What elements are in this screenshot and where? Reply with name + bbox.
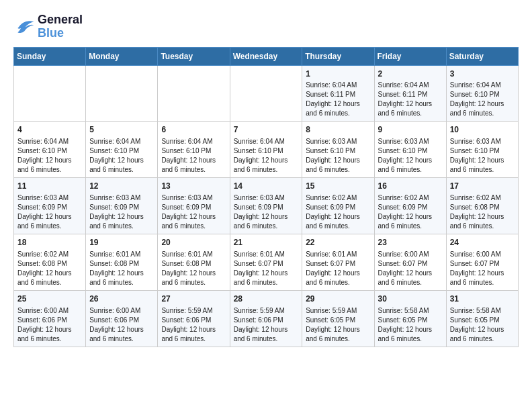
cell-content-line: Sunset: 6:09 PM xyxy=(234,203,299,212)
day-number: 29 xyxy=(306,293,370,305)
calendar-cell: 21Sunrise: 6:01 AMSunset: 6:07 PMDayligh… xyxy=(230,234,302,290)
header-day-wednesday: Wednesday xyxy=(230,47,302,65)
calendar-cell: 24Sunrise: 6:00 AMSunset: 6:07 PMDayligh… xyxy=(446,234,518,290)
calendar-cell: 5Sunrise: 6:04 AMSunset: 6:10 PMDaylight… xyxy=(86,122,158,178)
cell-content-line: Daylight: 12 hours and 6 minutes. xyxy=(450,212,515,231)
cell-content-line: Sunrise: 6:01 AM xyxy=(161,250,226,259)
cell-content-line: Daylight: 12 hours and 6 minutes. xyxy=(306,99,370,118)
cell-content-line: Sunrise: 6:02 AM xyxy=(450,193,515,203)
cell-content-line: Sunset: 6:08 PM xyxy=(161,259,226,269)
day-number: 17 xyxy=(450,181,515,192)
logo-text-line1: General xyxy=(38,13,83,27)
calendar-table: SundayMondayTuesdayWednesdayThursdayFrid… xyxy=(13,47,519,347)
header-day-friday: Friday xyxy=(374,47,446,65)
day-number: 30 xyxy=(378,293,443,305)
day-number: 20 xyxy=(161,237,226,248)
day-number: 6 xyxy=(161,124,226,136)
cell-content-line: Sunset: 6:08 PM xyxy=(89,259,154,269)
header-day-saturday: Saturday xyxy=(446,47,518,65)
cell-content-line: Daylight: 12 hours and 6 minutes. xyxy=(378,269,443,287)
cell-content-line: Sunrise: 6:04 AM xyxy=(161,137,226,146)
calendar-cell: 17Sunrise: 6:02 AMSunset: 6:08 PMDayligh… xyxy=(446,178,518,234)
cell-content-line: Sunrise: 5:58 AM xyxy=(378,306,443,316)
cell-content-line: Sunrise: 6:03 AM xyxy=(17,193,82,203)
day-number: 24 xyxy=(450,237,515,248)
cell-content-line: Sunrise: 6:00 AM xyxy=(17,306,82,316)
cell-content-line: Sunset: 6:05 PM xyxy=(450,316,515,325)
cell-content-line: Sunrise: 5:59 AM xyxy=(161,306,226,316)
cell-content-line: Daylight: 12 hours and 6 minutes. xyxy=(306,269,370,287)
header-day-tuesday: Tuesday xyxy=(158,47,230,65)
calendar-cell: 4Sunrise: 6:04 AMSunset: 6:10 PMDaylight… xyxy=(14,122,86,178)
cell-content-line: Daylight: 12 hours and 6 minutes. xyxy=(378,99,443,118)
calendar-cell: 29Sunrise: 5:59 AMSunset: 6:05 PMDayligh… xyxy=(302,290,374,347)
cell-content-line: Sunset: 6:09 PM xyxy=(306,203,370,212)
calendar-cell: 6Sunrise: 6:04 AMSunset: 6:10 PMDaylight… xyxy=(158,122,230,178)
cell-content-line: Sunset: 6:11 PM xyxy=(378,90,443,99)
cell-content-line: Sunrise: 6:04 AM xyxy=(234,137,299,146)
calendar-body: 1Sunrise: 6:04 AMSunset: 6:11 PMDaylight… xyxy=(14,65,519,347)
cell-content-line: Sunset: 6:10 PM xyxy=(161,146,226,156)
calendar-cell xyxy=(158,65,230,122)
cell-content-line: Sunset: 6:07 PM xyxy=(450,259,515,269)
calendar-cell: 10Sunrise: 6:03 AMSunset: 6:10 PMDayligh… xyxy=(446,122,518,178)
page-header: General Blue xyxy=(13,13,519,40)
calendar-cell: 14Sunrise: 6:03 AMSunset: 6:09 PMDayligh… xyxy=(230,178,302,234)
day-number: 10 xyxy=(450,124,515,136)
day-number: 12 xyxy=(89,181,154,192)
header-day-thursday: Thursday xyxy=(302,47,374,65)
calendar-cell: 31Sunrise: 5:58 AMSunset: 6:05 PMDayligh… xyxy=(446,290,518,347)
calendar-cell xyxy=(86,65,158,122)
cell-content-line: Daylight: 12 hours and 6 minutes. xyxy=(450,269,515,287)
cell-content-line: Sunrise: 6:03 AM xyxy=(234,193,299,203)
day-number: 5 xyxy=(89,124,154,136)
cell-content-line: Sunset: 6:06 PM xyxy=(161,316,226,325)
calendar-cell: 27Sunrise: 5:59 AMSunset: 6:06 PMDayligh… xyxy=(158,290,230,347)
cell-content-line: Daylight: 12 hours and 6 minutes. xyxy=(89,269,154,287)
cell-content-line: Sunrise: 6:01 AM xyxy=(306,250,370,259)
cell-content-line: Daylight: 12 hours and 6 minutes. xyxy=(89,156,154,175)
calendar-cell: 15Sunrise: 6:02 AMSunset: 6:09 PMDayligh… xyxy=(302,178,374,234)
cell-content-line: Daylight: 12 hours and 6 minutes. xyxy=(450,156,515,175)
cell-content-line: Daylight: 12 hours and 6 minutes. xyxy=(306,212,370,231)
day-number: 28 xyxy=(234,293,299,305)
calendar-cell: 8Sunrise: 6:03 AMSunset: 6:10 PMDaylight… xyxy=(302,122,374,178)
calendar-cell: 28Sunrise: 5:59 AMSunset: 6:06 PMDayligh… xyxy=(230,290,302,347)
day-number: 27 xyxy=(161,293,226,305)
header-day-sunday: Sunday xyxy=(14,47,86,65)
header-day-monday: Monday xyxy=(86,47,158,65)
cell-content-line: Sunrise: 6:02 AM xyxy=(17,250,82,259)
day-number: 26 xyxy=(89,293,154,305)
cell-content-line: Sunset: 6:09 PM xyxy=(161,203,226,212)
calendar-cell xyxy=(230,65,302,122)
cell-content-line: Sunset: 6:10 PM xyxy=(450,90,515,99)
day-number: 23 xyxy=(378,237,443,248)
calendar-cell: 22Sunrise: 6:01 AMSunset: 6:07 PMDayligh… xyxy=(302,234,374,290)
cell-content-line: Sunrise: 6:04 AM xyxy=(89,137,154,146)
day-number: 9 xyxy=(378,124,443,136)
cell-content-line: Sunrise: 6:00 AM xyxy=(89,306,154,316)
cell-content-line: Sunrise: 6:03 AM xyxy=(161,193,226,203)
cell-content-line: Sunset: 6:08 PM xyxy=(450,203,515,212)
cell-content-line: Sunrise: 6:04 AM xyxy=(306,81,370,90)
cell-content-line: Sunrise: 5:58 AM xyxy=(450,306,515,316)
cell-content-line: Sunset: 6:05 PM xyxy=(306,316,370,325)
cell-content-line: Sunset: 6:06 PM xyxy=(234,316,299,325)
calendar-cell: 13Sunrise: 6:03 AMSunset: 6:09 PMDayligh… xyxy=(158,178,230,234)
cell-content-line: Sunset: 6:07 PM xyxy=(306,259,370,269)
calendar-cell: 2Sunrise: 6:04 AMSunset: 6:11 PMDaylight… xyxy=(374,65,446,122)
cell-content-line: Daylight: 12 hours and 6 minutes. xyxy=(161,325,226,344)
cell-content-line: Sunset: 6:06 PM xyxy=(17,316,82,325)
cell-content-line: Sunrise: 6:01 AM xyxy=(89,250,154,259)
cell-content-line: Sunset: 6:05 PM xyxy=(378,316,443,325)
calendar-week-1: 1Sunrise: 6:04 AMSunset: 6:11 PMDaylight… xyxy=(14,65,519,122)
cell-content-line: Sunset: 6:08 PM xyxy=(17,259,82,269)
day-number: 13 xyxy=(161,181,226,192)
cell-content-line: Sunset: 6:10 PM xyxy=(306,146,370,156)
cell-content-line: Sunset: 6:06 PM xyxy=(89,316,154,325)
cell-content-line: Daylight: 12 hours and 6 minutes. xyxy=(89,325,154,344)
cell-content-line: Sunrise: 6:00 AM xyxy=(450,250,515,259)
day-number: 4 xyxy=(17,124,82,136)
calendar-cell: 23Sunrise: 6:00 AMSunset: 6:07 PMDayligh… xyxy=(374,234,446,290)
calendar-cell: 7Sunrise: 6:04 AMSunset: 6:10 PMDaylight… xyxy=(230,122,302,178)
